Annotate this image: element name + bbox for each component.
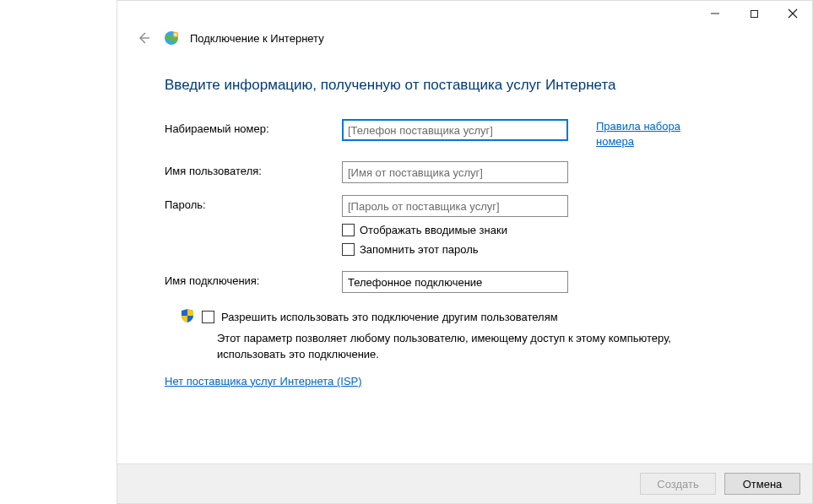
- phone-input[interactable]: [342, 119, 568, 141]
- dialing-rules-link[interactable]: Правила набора номера: [596, 119, 714, 149]
- header-title: Подключение к Интернету: [190, 32, 324, 45]
- globe-icon: [163, 30, 180, 46]
- window-controls: [696, 1, 812, 26]
- button-bar: Создать Отмена: [117, 463, 812, 503]
- remember-pw-checkbox[interactable]: [342, 243, 355, 256]
- back-button[interactable]: [134, 31, 153, 45]
- remember-pw-row: Запомнить этот пароль: [342, 243, 574, 256]
- allow-others-label: Разрешить использовать это подключение д…: [221, 311, 558, 323]
- connname-row: Имя подключения:: [165, 271, 765, 293]
- username-input[interactable]: [342, 161, 568, 183]
- phone-label: Набираемый номер:: [165, 119, 342, 135]
- shield-icon: [180, 308, 195, 326]
- password-label: Пароль:: [165, 195, 342, 211]
- connname-input[interactable]: [342, 271, 568, 293]
- remember-pw-label: Запомнить этот пароль: [360, 243, 479, 256]
- show-chars-row: Отображать вводимые знаки: [342, 224, 574, 236]
- password-row: Пароль: Отображать вводимые знаки Запомн…: [165, 195, 765, 256]
- close-button[interactable]: [773, 1, 812, 26]
- header-row: Подключение к Интернету: [117, 28, 812, 53]
- no-isp-link[interactable]: Нет поставщика услуг Интернета (ISP): [165, 374, 362, 389]
- connname-label: Имя подключения:: [165, 271, 342, 287]
- cancel-button[interactable]: Отмена: [724, 473, 800, 495]
- content-area: Введите информацию, полученную от постав…: [117, 53, 812, 463]
- create-button[interactable]: Создать: [640, 473, 716, 495]
- allow-others-checkbox[interactable]: [202, 311, 214, 323]
- maximize-button[interactable]: [734, 1, 773, 26]
- minimize-button[interactable]: [696, 1, 734, 26]
- allow-others-description: Этот параметр позволяет любому пользоват…: [217, 331, 690, 361]
- share-section: Разрешить использовать это подключение д…: [165, 308, 765, 361]
- username-row: Имя пользователя:: [165, 161, 765, 183]
- show-chars-label: Отображать вводимые знаки: [360, 224, 507, 236]
- password-input[interactable]: [342, 195, 568, 217]
- main-heading: Введите информацию, полученную от постав…: [165, 77, 765, 94]
- dialog-window: Подключение к Интернету Введите информац…: [117, 0, 813, 504]
- titlebar: [117, 1, 812, 28]
- svg-rect-1: [751, 10, 757, 17]
- username-label: Имя пользователя:: [165, 161, 342, 177]
- phone-row: Набираемый номер: Правила набора номера: [165, 119, 765, 149]
- show-chars-checkbox[interactable]: [342, 224, 355, 236]
- svg-point-7: [175, 34, 177, 36]
